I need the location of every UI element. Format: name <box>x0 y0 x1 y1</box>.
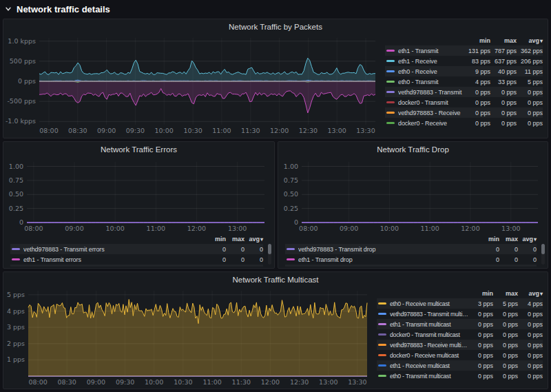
svg-text:0.25: 0.25 <box>9 205 23 212</box>
legend-row[interactable]: vethd978883 - Transmit multicast0 pps0 p… <box>377 309 543 319</box>
series-max: 0 pps <box>490 120 517 127</box>
legend-scrollbar[interactable] <box>541 244 545 265</box>
series-name[interactable]: eth0 - Transmit multicast <box>390 373 468 380</box>
series-name[interactable]: eth0 - Transmit errors <box>23 267 207 267</box>
panel-title[interactable]: Network Traffic Multicast <box>3 272 548 287</box>
series-name[interactable]: eth1 - Transmit drop <box>298 256 481 263</box>
series-min: 83 pps <box>464 58 490 65</box>
series-color-icon[interactable] <box>378 344 386 346</box>
series-color-icon[interactable] <box>386 112 395 114</box>
series-color-icon[interactable] <box>386 101 395 103</box>
legend-scrollbar[interactable] <box>268 244 271 265</box>
series-min: 3 pps <box>468 300 493 307</box>
series-color-icon[interactable] <box>378 333 386 336</box>
series-max: 0 pps <box>493 311 518 318</box>
series-avg: 0 pps <box>517 110 543 116</box>
legend-row[interactable]: eth0 - Transmit multicast0 pps0 pps0 pps <box>377 371 543 381</box>
series-name[interactable]: docker0 - Receive <box>398 120 464 127</box>
panel-title[interactable]: Network Traffic Drop <box>278 142 548 156</box>
legend-row[interactable]: vethd978883 - Receive0 pps0 pps0 pps <box>385 107 543 118</box>
series-name[interactable]: vethd978883 - Transmit errors <box>23 246 207 253</box>
legend-col-min[interactable]: min <box>481 236 499 243</box>
series-color-icon[interactable] <box>386 122 395 124</box>
series-color-icon[interactable] <box>378 313 386 315</box>
legend-row[interactable]: docker0 - Transmit0 pps0 pps0 pps <box>385 97 543 107</box>
series-name[interactable]: eth0 - Receive multicast <box>390 300 468 307</box>
series-color-icon[interactable] <box>386 50 395 52</box>
series-color-icon[interactable] <box>386 70 395 72</box>
legend-row[interactable]: eth0 - Transmit drop000 <box>285 265 537 267</box>
legend-col-avg[interactable]: avg▾ <box>518 236 537 243</box>
series-name[interactable]: vethd978883 - Transmit drop <box>298 246 481 253</box>
legend-col-max[interactable]: max <box>490 37 517 44</box>
series-color-icon[interactable] <box>378 302 386 305</box>
panel-title[interactable]: Network Traffic Errors <box>3 142 274 156</box>
series-color-icon[interactable] <box>386 91 395 93</box>
series-color-icon[interactable] <box>287 248 295 250</box>
legend-row[interactable]: eth1 - Transmit errors000 <box>10 254 263 265</box>
legend-col-max[interactable]: max <box>493 290 518 297</box>
series-name[interactable]: eth1 - Receive multicast <box>390 362 468 369</box>
packets-chart[interactable]: 1.0 kpps500 pps0 pps-500 pps-1.0 kpps08:… <box>3 34 381 136</box>
legend-row[interactable]: eth0 - Receive multicast3 pps5 pps4 pps <box>377 298 543 309</box>
legend-row[interactable]: docker0 - Receive0 pps0 pps0 pps <box>385 118 543 128</box>
legend-col-max[interactable]: max <box>226 236 245 243</box>
series-color-icon[interactable] <box>12 248 20 250</box>
series-name[interactable]: docker0 - Transmit <box>398 99 464 106</box>
errors-chart[interactable]: 1.000.750.500.25008:0009:0010:0011:0012:… <box>3 156 273 234</box>
legend-row[interactable]: eth0 - Receive9 pps40 pps11 pps <box>385 66 543 76</box>
scrollbar-thumb[interactable] <box>268 244 271 254</box>
panel-title[interactable]: Network Traffic by Packets <box>3 19 548 34</box>
legend-row[interactable]: eth1 - Receive multicast0 pps0 pps0 pps <box>377 360 543 371</box>
series-name[interactable]: docker0 - Receive multicast <box>390 352 468 359</box>
legend-row[interactable]: eth0 - Transmit4 pps33 pps5 pps <box>385 76 543 87</box>
scrollbar-thumb[interactable] <box>541 244 545 254</box>
sort-caret-icon: ▾ <box>540 291 543 297</box>
legend-col-min[interactable]: min <box>464 37 490 44</box>
series-name[interactable]: eth1 - Transmit <box>398 48 464 54</box>
series-color-icon[interactable] <box>12 258 20 260</box>
legend-row[interactable]: eth1 - Receive83 pps637 pps206 pps <box>385 56 543 66</box>
multicast-chart[interactable]: 5 pps4 pps3 pps2 pps1 pps08:0008:3009:00… <box>3 287 373 387</box>
legend-row[interactable]: eth1 - Transmit131 pps787 pps362 pps <box>385 45 543 56</box>
series-name[interactable]: docker0 - Transmit multicast <box>390 331 468 338</box>
legend-row[interactable]: vethd978883 - Receive multicast0 pps0 pp… <box>377 340 543 350</box>
legend-row[interactable]: docker0 - Receive multicast0 pps0 pps0 p… <box>377 350 543 360</box>
drop-chart[interactable]: 1.000.750.500.25008:0009:0010:0011:0012:… <box>278 156 546 234</box>
series-max: 637 pps <box>490 58 517 65</box>
series-name[interactable]: eth1 - Transmit multicast <box>390 321 468 328</box>
legend-row[interactable]: vethd978883 - Transmit errors000 <box>10 244 263 254</box>
legend-row[interactable]: vethd978883 - Transmit0 pps0 pps0 pps <box>385 87 543 97</box>
series-name[interactable]: vethd978883 - Receive <box>398 110 464 116</box>
svg-text:13:00: 13:00 <box>228 225 247 232</box>
series-name[interactable]: vethd978883 - Transmit <box>398 89 464 96</box>
series-color-icon[interactable] <box>378 375 386 377</box>
legend-col-avg[interactable]: avg▾ <box>518 290 543 297</box>
series-name[interactable]: eth0 - Receive <box>398 68 464 75</box>
series-name[interactable]: eth1 - Transmit errors <box>23 256 207 263</box>
legend-col-avg[interactable]: avg▾ <box>245 236 263 243</box>
series-name[interactable]: eth1 - Receive <box>398 58 464 65</box>
legend-row[interactable]: docker0 - Transmit multicast0 pps0 pps0 … <box>377 329 543 340</box>
series-color-icon[interactable] <box>386 60 395 62</box>
svg-text:09:00: 09:00 <box>87 378 105 386</box>
series-color-icon[interactable] <box>378 323 386 325</box>
legend-row[interactable]: eth0 - Transmit errors000 <box>10 265 263 267</box>
series-name[interactable]: vethd978883 - Receive multicast <box>390 342 468 349</box>
series-name[interactable]: eth0 - Transmit <box>398 79 464 85</box>
legend-col-min[interactable]: min <box>468 290 493 297</box>
legend-row[interactable]: eth1 - Transmit drop000 <box>285 254 537 265</box>
series-color-icon[interactable] <box>386 81 395 83</box>
series-name[interactable]: eth0 - Transmit drop <box>298 267 481 267</box>
legend-row[interactable]: vethd978883 - Transmit drop000 <box>285 244 537 254</box>
legend-col-min[interactable]: min <box>207 236 226 243</box>
legend-col-max[interactable]: max <box>499 236 518 243</box>
series-name[interactable]: vethd978883 - Transmit multicast <box>390 311 468 318</box>
series-color-icon[interactable] <box>378 364 386 367</box>
series-color-icon[interactable] <box>378 354 386 356</box>
series-color-icon[interactable] <box>287 258 295 260</box>
legend-row[interactable]: eth1 - Transmit multicast0 pps0 pps0 pps <box>377 319 543 329</box>
legend-col-avg[interactable]: avg▾ <box>517 37 543 44</box>
dashboard-row-header[interactable]: Network traffic details <box>0 0 551 18</box>
svg-text:13:00: 13:00 <box>319 378 337 386</box>
